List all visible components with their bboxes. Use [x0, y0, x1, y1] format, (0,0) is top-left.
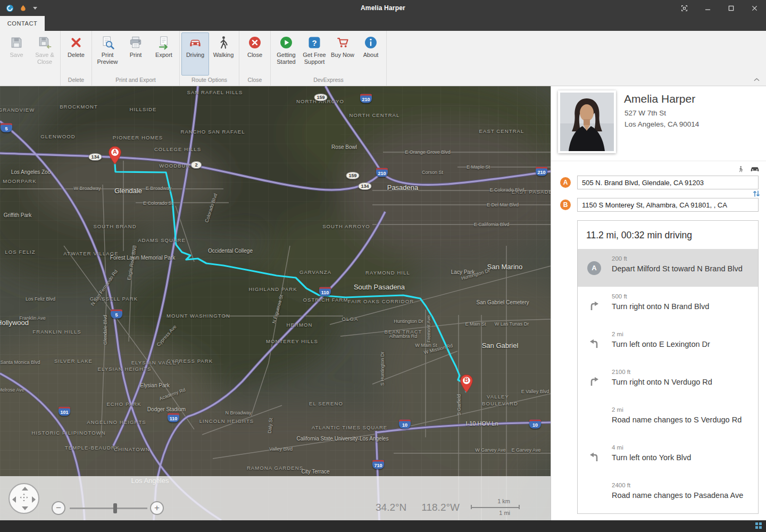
layout-grid-icon[interactable] [755, 521, 762, 531]
step-instruction: Turn right onto N Brand Blvd [612, 302, 752, 312]
about-icon [363, 35, 378, 51]
ribbon-button-buy-now[interactable]: Buy Now [329, 32, 356, 76]
ribbon-group-label: Print and Export [93, 76, 179, 86]
collapse-ribbon-button[interactable] [751, 75, 762, 84]
ribbon-button-label: Delete [68, 52, 85, 59]
route-summary: 11.2 mi, 00:32 min driving [578, 221, 758, 249]
waypoint-a-input[interactable] [577, 176, 759, 189]
ribbon-button-print[interactable]: Print [122, 32, 149, 76]
ribbon-button-get-free-support[interactable]: ?Get Free Support [301, 32, 328, 76]
ribbon-group-buttons: Delete [61, 31, 91, 76]
window-title: Amelia Harper [0, 4, 766, 12]
ribbon-group-label [2, 76, 60, 86]
ribbon-group: Print PreviewPrintExportPrint and Export [92, 31, 180, 86]
contact-photo [558, 90, 616, 153]
svg-text:?: ? [312, 39, 317, 47]
walking-mode-button[interactable] [736, 164, 745, 174]
titlebar: Amelia Harper [0, 0, 766, 16]
save-icon [9, 35, 24, 51]
ribbon-group: DrivingWalkingRoute Options [180, 31, 239, 86]
directions-list: A200 ftDepart Milford St toward N Brand … [578, 249, 758, 513]
pan-left-arrow[interactable] [12, 496, 16, 503]
step-instruction: Depart Milford St toward N Brand Blvd [612, 264, 752, 275]
ribbon-button-getting-started[interactable]: Getting Started [272, 32, 300, 76]
ribbon-button-close[interactable]: Close [241, 32, 269, 76]
print-preview-icon [100, 35, 115, 51]
tab-contact[interactable]: CONTACT [0, 16, 45, 31]
contact-address-line2: Los Angeles, CA 90014 [625, 120, 699, 128]
pan-down-arrow[interactable] [22, 506, 28, 510]
swap-waypoints-button[interactable] [752, 189, 761, 198]
driving-mode-button[interactable] [750, 164, 760, 174]
app-logo-icon[interactable] [5, 4, 14, 12]
waypoint-b-input[interactable] [577, 198, 759, 212]
contact-address-line1: 527 W 7th St [625, 109, 666, 117]
zoom-in-button[interactable]: + [150, 501, 164, 515]
direction-step[interactable]: 4 miTurn left onto York Blvd [578, 438, 758, 476]
ribbon-group: SaveSave & Close [1, 31, 61, 86]
ribbon-group-label: DevExpress [271, 76, 386, 86]
scale-metric: 1 km [471, 498, 520, 504]
step-distance: 500 ft [612, 293, 752, 300]
pan-control[interactable] [9, 483, 39, 514]
turn-left-icon [587, 451, 602, 463]
zoom-slider-handle[interactable] [113, 503, 117, 513]
ribbon-button-label: Driving [186, 52, 204, 59]
ribbon-button-label: Getting Started [274, 52, 298, 65]
ribbon-group-label: Close [240, 76, 270, 86]
ribbon-group-buttons: Getting Started?Get Free SupportBuy NowA… [271, 31, 386, 76]
move-icon [19, 493, 29, 504]
close-icon [247, 35, 262, 51]
direction-step[interactable]: 500 ftTurn right onto N Brand Blvd [578, 287, 758, 325]
ribbon: SaveSave & CloseDeleteDeletePrint Previe… [0, 31, 766, 86]
pan-up-arrow[interactable] [22, 487, 28, 491]
direction-step[interactable]: 2 miRoad name changes to S Verdugo Rd [578, 400, 758, 438]
ribbon-button-save: Save [3, 32, 30, 76]
statusbar [0, 520, 766, 532]
chevron-down-icon[interactable] [33, 7, 37, 10]
step-distance: 2 mi [612, 331, 752, 337]
zoom-slider[interactable] [70, 508, 147, 509]
turn-right-icon [587, 300, 602, 312]
step-instruction: Turn left onto York Blvd [612, 453, 752, 463]
ribbon-button-label: Print Preview [95, 52, 120, 65]
ribbon-groups: SaveSave & CloseDeleteDeletePrint Previe… [0, 31, 766, 86]
step-distance: 2100 ft [612, 369, 752, 375]
fit-screen-button[interactable] [672, 0, 696, 16]
map-canvas [0, 86, 551, 520]
map[interactable]: GlendalePasadenaSouth PasadenaSan Marino… [0, 86, 551, 520]
direction-step[interactable]: A200 ftDepart Milford St toward N Brand … [578, 249, 758, 287]
buy-now-icon [335, 35, 350, 51]
minimize-button[interactable] [696, 0, 719, 16]
ribbon-button-export[interactable]: Export [150, 32, 178, 76]
ribbon-button-save-close: Save & Close [31, 32, 59, 76]
pan-right-arrow[interactable] [32, 496, 36, 503]
ribbon-button-label: Save & Close [32, 52, 57, 65]
ribbon-button-driving[interactable]: Driving [181, 32, 209, 76]
close-window-button[interactable] [743, 0, 766, 16]
latitude-value: 34.2°N [376, 502, 406, 513]
quick-access-toolbar [0, 4, 37, 12]
touch-mode-icon[interactable] [19, 4, 27, 12]
getting-started-icon [279, 35, 294, 51]
app-window: Amelia Harper CONTACT SaveSave & CloseDe… [0, 0, 766, 532]
zoom-out-button[interactable]: − [52, 501, 65, 515]
direction-step[interactable]: 2 miTurn left onto E Lexington Dr [578, 325, 758, 362]
map-scale: 1 km 1 mi [471, 498, 520, 516]
direction-step[interactable]: 2400 ftRoad name changes to Pasadena Ave [578, 476, 758, 513]
maximize-button[interactable] [719, 0, 743, 16]
ribbon-button-label: Print [130, 52, 142, 59]
ribbon-group-label: Route Options [180, 76, 238, 86]
ribbon-group: Getting Started?Get Free SupportBuy NowA… [271, 31, 387, 86]
contact-panel: Amelia Harper 527 W 7th St Los Angeles, … [551, 86, 766, 520]
ribbon-button-walking[interactable]: Walking [210, 32, 237, 76]
ribbon-button-label: Walking [213, 52, 234, 59]
ribbon-button-delete[interactable]: Delete [62, 32, 90, 76]
ribbon-button-print-preview[interactable]: Print Preview [94, 32, 121, 76]
main-area: GlendalePasadenaSouth PasadenaSan Marino… [0, 86, 766, 520]
map-hud: − + 34.2°N 118.2°W 1 km 1 mi [0, 476, 551, 520]
ribbon-group-buttons: SaveSave & Close [2, 31, 60, 76]
direction-step[interactable]: 2100 ftTurn right onto N Verdugo Rd [578, 362, 758, 400]
step-distance: 200 ft [612, 255, 752, 262]
ribbon-button-about[interactable]: About [357, 32, 385, 76]
